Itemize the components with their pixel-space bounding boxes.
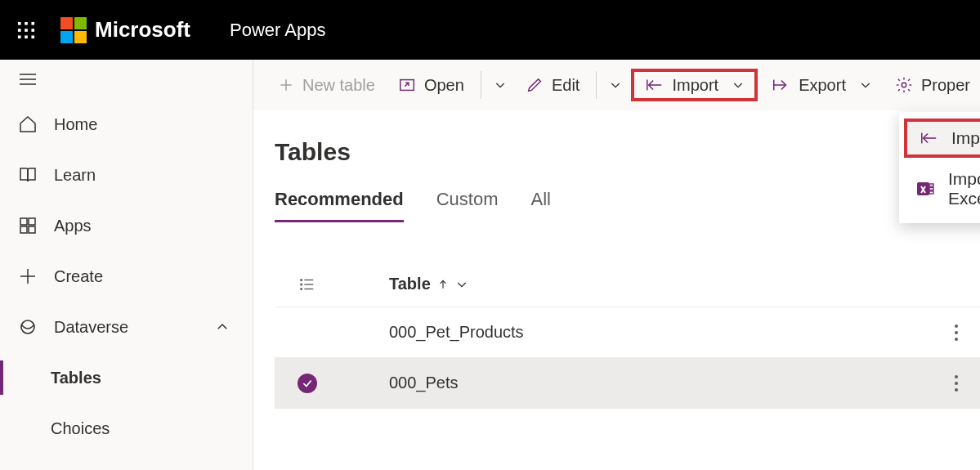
toolbar-divider — [596, 71, 597, 99]
table-row[interactable]: 000_Pets — [275, 358, 980, 409]
apps-icon — [18, 216, 38, 235]
chevron-down-icon — [859, 78, 872, 92]
sidebar-item-home[interactable]: Home — [0, 99, 253, 150]
edit-caret[interactable] — [603, 69, 628, 101]
svg-rect-4 — [25, 29, 28, 32]
button-label: Proper — [921, 76, 970, 95]
sidebar-subitem-choices[interactable]: Choices — [0, 403, 253, 454]
dataverse-icon — [18, 317, 38, 337]
open-caret[interactable] — [488, 69, 512, 101]
gear-icon — [895, 76, 913, 94]
svg-rect-13 — [29, 218, 35, 225]
sidebar-item-learn[interactable]: Learn — [0, 150, 253, 200]
sidebar-item-apps[interactable]: Apps — [0, 200, 253, 251]
svg-rect-14 — [20, 226, 27, 233]
svg-rect-6 — [18, 35, 21, 38]
content-area: New table Open Edit — [253, 60, 980, 470]
toolbar-divider — [481, 71, 481, 99]
chevron-up-icon — [215, 320, 230, 334]
sidebar: Home Learn Apps Create Dataverse — [0, 60, 253, 470]
new-table-button[interactable]: New table — [268, 69, 385, 101]
hamburger-icon[interactable] — [18, 69, 38, 89]
export-icon — [771, 76, 790, 94]
svg-point-31 — [301, 279, 302, 280]
sidebar-subitem-tables[interactable]: Tables — [0, 352, 253, 403]
sort-asc-icon — [437, 279, 449, 290]
svg-point-39 — [955, 382, 958, 385]
tab-recommended[interactable]: Recommended — [275, 182, 404, 222]
sidebar-item-label: Learn — [54, 166, 96, 185]
edit-button[interactable]: Edit — [516, 69, 589, 101]
svg-rect-0 — [18, 21, 21, 25]
sidebar-item-create[interactable]: Create — [0, 251, 253, 302]
svg-rect-5 — [31, 29, 34, 32]
table-header-row: Table — [275, 262, 980, 307]
sidebar-subitem-label: Tables — [51, 369, 101, 387]
book-icon — [18, 165, 38, 185]
svg-point-38 — [955, 375, 958, 378]
svg-point-32 — [301, 284, 302, 285]
page-title: Tables — [262, 110, 980, 182]
svg-point-35 — [955, 325, 958, 328]
plus-icon — [278, 77, 294, 93]
table-cell-name: 000_Pets — [340, 374, 459, 392]
import-dropdown: Import data Import data from Excel — [899, 112, 980, 223]
column-header-table[interactable]: Table — [340, 275, 468, 293]
more-icon[interactable] — [954, 374, 959, 392]
tab-custom[interactable]: Custom — [436, 182, 499, 222]
brand: Microsoft — [60, 17, 190, 43]
import-icon — [644, 76, 664, 94]
microsoft-logo-icon — [60, 17, 87, 43]
sidebar-subitem-label: Choices — [51, 419, 110, 438]
plus-icon — [18, 266, 38, 286]
row-selected-icon[interactable] — [298, 374, 317, 393]
dropdown-import-data[interactable]: Import data — [904, 119, 980, 158]
button-label: Open — [424, 76, 464, 95]
brand-text: Microsoft — [95, 17, 190, 43]
app-launcher-icon[interactable] — [15, 19, 38, 42]
sidebar-item-label: Dataverse — [54, 318, 128, 337]
table: Table 000_Pet_Products — [262, 262, 980, 409]
table-row[interactable]: 000_Pet_Products — [275, 307, 980, 358]
svg-rect-1 — [25, 21, 28, 25]
more-icon[interactable] — [954, 324, 959, 342]
button-label: Export — [799, 76, 846, 95]
svg-point-37 — [955, 338, 958, 341]
svg-point-27 — [902, 83, 906, 87]
open-icon — [398, 76, 416, 94]
svg-rect-3 — [18, 29, 21, 32]
sidebar-item-label: Home — [54, 115, 97, 134]
svg-rect-45 — [929, 188, 933, 190]
chevron-down-icon[interactable] — [455, 278, 468, 291]
svg-point-36 — [955, 331, 958, 334]
excel-icon — [915, 179, 935, 199]
import-icon — [919, 129, 938, 147]
button-label: Import — [672, 76, 718, 95]
dropdown-import-excel[interactable]: Import data from Excel — [899, 159, 980, 218]
svg-rect-15 — [29, 226, 35, 233]
svg-point-40 — [955, 388, 958, 392]
list-icon[interactable] — [298, 275, 316, 293]
dropdown-item-label: Import data — [951, 128, 980, 148]
table-cell-name: 000_Pet_Products — [340, 323, 524, 342]
svg-rect-44 — [929, 184, 933, 186]
svg-rect-8 — [31, 35, 34, 38]
app-header: Microsoft Power Apps — [0, 0, 980, 60]
tab-row: Recommended Custom All — [262, 182, 980, 222]
sidebar-item-label: Create — [54, 267, 103, 286]
button-label: Edit — [552, 76, 579, 95]
open-button[interactable]: Open — [388, 69, 474, 101]
sidebar-item-dataverse[interactable]: Dataverse — [0, 302, 253, 352]
tab-all[interactable]: All — [531, 182, 551, 222]
import-button[interactable]: Import — [631, 69, 758, 101]
sidebar-item-label: Apps — [54, 217, 92, 235]
svg-point-33 — [301, 288, 302, 289]
home-icon — [18, 114, 38, 134]
properties-button[interactable]: Proper — [885, 69, 980, 101]
svg-rect-7 — [25, 35, 28, 38]
button-label: New table — [302, 76, 375, 95]
chevron-down-icon — [732, 78, 745, 92]
dropdown-item-label: Import data from Excel — [948, 169, 980, 208]
pencil-icon — [526, 76, 544, 94]
export-button[interactable]: Export — [761, 69, 882, 101]
